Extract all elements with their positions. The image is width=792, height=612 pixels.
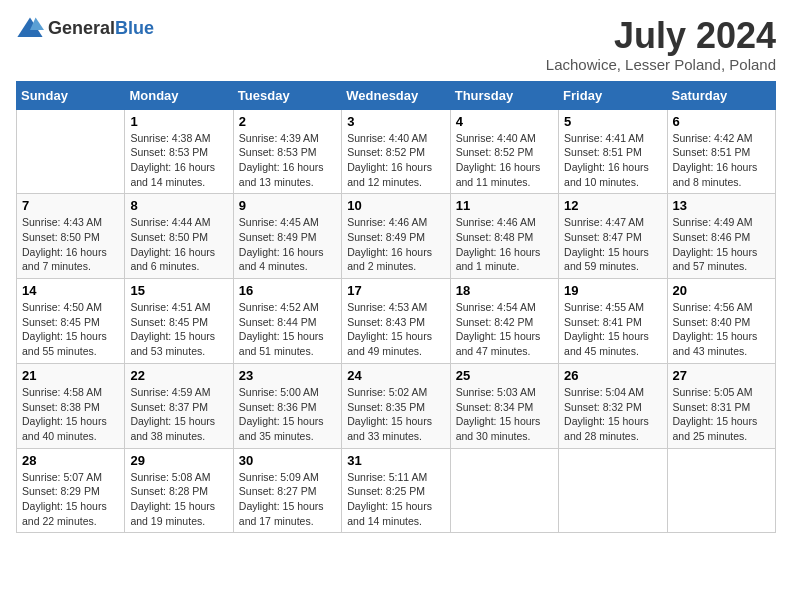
day-number: 13 bbox=[673, 198, 770, 213]
day-number: 2 bbox=[239, 114, 336, 129]
day-info: Sunrise: 5:05 AM Sunset: 8:31 PM Dayligh… bbox=[673, 385, 770, 444]
calendar-cell: 31Sunrise: 5:11 AM Sunset: 8:25 PM Dayli… bbox=[342, 448, 450, 533]
calendar-cell: 7Sunrise: 4:43 AM Sunset: 8:50 PM Daylig… bbox=[17, 194, 125, 279]
day-info: Sunrise: 4:43 AM Sunset: 8:50 PM Dayligh… bbox=[22, 215, 119, 274]
calendar-cell: 27Sunrise: 5:05 AM Sunset: 8:31 PM Dayli… bbox=[667, 363, 775, 448]
day-number: 6 bbox=[673, 114, 770, 129]
day-number: 14 bbox=[22, 283, 119, 298]
calendar-table: SundayMondayTuesdayWednesdayThursdayFrid… bbox=[16, 81, 776, 534]
calendar-cell: 30Sunrise: 5:09 AM Sunset: 8:27 PM Dayli… bbox=[233, 448, 341, 533]
column-header-tuesday: Tuesday bbox=[233, 81, 341, 109]
calendar-cell: 6Sunrise: 4:42 AM Sunset: 8:51 PM Daylig… bbox=[667, 109, 775, 194]
calendar-cell bbox=[450, 448, 558, 533]
day-info: Sunrise: 4:40 AM Sunset: 8:52 PM Dayligh… bbox=[456, 131, 553, 190]
day-number: 19 bbox=[564, 283, 661, 298]
day-number: 8 bbox=[130, 198, 227, 213]
column-header-monday: Monday bbox=[125, 81, 233, 109]
calendar-cell: 2Sunrise: 4:39 AM Sunset: 8:53 PM Daylig… bbox=[233, 109, 341, 194]
logo-blue-text: Blue bbox=[115, 18, 154, 38]
logo: GeneralBlue bbox=[16, 16, 154, 40]
page-header: GeneralBlue July 2024 Lachowice, Lesser … bbox=[16, 16, 776, 73]
day-number: 7 bbox=[22, 198, 119, 213]
calendar-week-row: 7Sunrise: 4:43 AM Sunset: 8:50 PM Daylig… bbox=[17, 194, 776, 279]
day-info: Sunrise: 4:49 AM Sunset: 8:46 PM Dayligh… bbox=[673, 215, 770, 274]
calendar-cell: 23Sunrise: 5:00 AM Sunset: 8:36 PM Dayli… bbox=[233, 363, 341, 448]
column-header-friday: Friday bbox=[559, 81, 667, 109]
calendar-cell: 16Sunrise: 4:52 AM Sunset: 8:44 PM Dayli… bbox=[233, 279, 341, 364]
calendar-cell: 1Sunrise: 4:38 AM Sunset: 8:53 PM Daylig… bbox=[125, 109, 233, 194]
day-number: 23 bbox=[239, 368, 336, 383]
calendar-subtitle: Lachowice, Lesser Poland, Poland bbox=[546, 56, 776, 73]
day-info: Sunrise: 5:03 AM Sunset: 8:34 PM Dayligh… bbox=[456, 385, 553, 444]
day-info: Sunrise: 4:50 AM Sunset: 8:45 PM Dayligh… bbox=[22, 300, 119, 359]
day-info: Sunrise: 4:39 AM Sunset: 8:53 PM Dayligh… bbox=[239, 131, 336, 190]
calendar-cell bbox=[559, 448, 667, 533]
day-number: 10 bbox=[347, 198, 444, 213]
day-info: Sunrise: 4:54 AM Sunset: 8:42 PM Dayligh… bbox=[456, 300, 553, 359]
day-info: Sunrise: 4:40 AM Sunset: 8:52 PM Dayligh… bbox=[347, 131, 444, 190]
day-info: Sunrise: 5:02 AM Sunset: 8:35 PM Dayligh… bbox=[347, 385, 444, 444]
day-number: 28 bbox=[22, 453, 119, 468]
column-header-sunday: Sunday bbox=[17, 81, 125, 109]
calendar-cell: 18Sunrise: 4:54 AM Sunset: 8:42 PM Dayli… bbox=[450, 279, 558, 364]
calendar-cell: 29Sunrise: 5:08 AM Sunset: 8:28 PM Dayli… bbox=[125, 448, 233, 533]
day-number: 18 bbox=[456, 283, 553, 298]
day-info: Sunrise: 5:07 AM Sunset: 8:29 PM Dayligh… bbox=[22, 470, 119, 529]
calendar-cell: 3Sunrise: 4:40 AM Sunset: 8:52 PM Daylig… bbox=[342, 109, 450, 194]
day-info: Sunrise: 4:47 AM Sunset: 8:47 PM Dayligh… bbox=[564, 215, 661, 274]
day-number: 22 bbox=[130, 368, 227, 383]
day-info: Sunrise: 4:46 AM Sunset: 8:49 PM Dayligh… bbox=[347, 215, 444, 274]
day-info: Sunrise: 4:55 AM Sunset: 8:41 PM Dayligh… bbox=[564, 300, 661, 359]
calendar-cell: 13Sunrise: 4:49 AM Sunset: 8:46 PM Dayli… bbox=[667, 194, 775, 279]
calendar-cell: 11Sunrise: 4:46 AM Sunset: 8:48 PM Dayli… bbox=[450, 194, 558, 279]
day-number: 16 bbox=[239, 283, 336, 298]
day-info: Sunrise: 4:38 AM Sunset: 8:53 PM Dayligh… bbox=[130, 131, 227, 190]
calendar-cell: 14Sunrise: 4:50 AM Sunset: 8:45 PM Dayli… bbox=[17, 279, 125, 364]
day-info: Sunrise: 4:44 AM Sunset: 8:50 PM Dayligh… bbox=[130, 215, 227, 274]
day-number: 9 bbox=[239, 198, 336, 213]
calendar-cell: 5Sunrise: 4:41 AM Sunset: 8:51 PM Daylig… bbox=[559, 109, 667, 194]
calendar-cell: 20Sunrise: 4:56 AM Sunset: 8:40 PM Dayli… bbox=[667, 279, 775, 364]
day-number: 5 bbox=[564, 114, 661, 129]
calendar-cell: 4Sunrise: 4:40 AM Sunset: 8:52 PM Daylig… bbox=[450, 109, 558, 194]
day-number: 31 bbox=[347, 453, 444, 468]
day-info: Sunrise: 4:42 AM Sunset: 8:51 PM Dayligh… bbox=[673, 131, 770, 190]
day-info: Sunrise: 5:09 AM Sunset: 8:27 PM Dayligh… bbox=[239, 470, 336, 529]
day-info: Sunrise: 4:51 AM Sunset: 8:45 PM Dayligh… bbox=[130, 300, 227, 359]
logo-icon bbox=[16, 16, 44, 40]
day-info: Sunrise: 4:52 AM Sunset: 8:44 PM Dayligh… bbox=[239, 300, 336, 359]
calendar-cell bbox=[667, 448, 775, 533]
day-number: 12 bbox=[564, 198, 661, 213]
day-number: 26 bbox=[564, 368, 661, 383]
calendar-cell: 22Sunrise: 4:59 AM Sunset: 8:37 PM Dayli… bbox=[125, 363, 233, 448]
day-number: 30 bbox=[239, 453, 336, 468]
day-number: 1 bbox=[130, 114, 227, 129]
day-info: Sunrise: 4:59 AM Sunset: 8:37 PM Dayligh… bbox=[130, 385, 227, 444]
title-block: July 2024 Lachowice, Lesser Poland, Pola… bbox=[546, 16, 776, 73]
calendar-cell: 15Sunrise: 4:51 AM Sunset: 8:45 PM Dayli… bbox=[125, 279, 233, 364]
day-number: 11 bbox=[456, 198, 553, 213]
day-info: Sunrise: 4:53 AM Sunset: 8:43 PM Dayligh… bbox=[347, 300, 444, 359]
calendar-cell: 19Sunrise: 4:55 AM Sunset: 8:41 PM Dayli… bbox=[559, 279, 667, 364]
day-number: 20 bbox=[673, 283, 770, 298]
day-number: 29 bbox=[130, 453, 227, 468]
day-info: Sunrise: 5:11 AM Sunset: 8:25 PM Dayligh… bbox=[347, 470, 444, 529]
day-info: Sunrise: 5:00 AM Sunset: 8:36 PM Dayligh… bbox=[239, 385, 336, 444]
column-header-wednesday: Wednesday bbox=[342, 81, 450, 109]
day-info: Sunrise: 5:08 AM Sunset: 8:28 PM Dayligh… bbox=[130, 470, 227, 529]
logo-general-text: General bbox=[48, 18, 115, 38]
day-number: 17 bbox=[347, 283, 444, 298]
day-number: 24 bbox=[347, 368, 444, 383]
calendar-cell: 21Sunrise: 4:58 AM Sunset: 8:38 PM Dayli… bbox=[17, 363, 125, 448]
day-number: 25 bbox=[456, 368, 553, 383]
day-info: Sunrise: 4:56 AM Sunset: 8:40 PM Dayligh… bbox=[673, 300, 770, 359]
day-number: 27 bbox=[673, 368, 770, 383]
day-number: 3 bbox=[347, 114, 444, 129]
calendar-cell: 9Sunrise: 4:45 AM Sunset: 8:49 PM Daylig… bbox=[233, 194, 341, 279]
day-info: Sunrise: 5:04 AM Sunset: 8:32 PM Dayligh… bbox=[564, 385, 661, 444]
day-info: Sunrise: 4:45 AM Sunset: 8:49 PM Dayligh… bbox=[239, 215, 336, 274]
calendar-cell: 12Sunrise: 4:47 AM Sunset: 8:47 PM Dayli… bbox=[559, 194, 667, 279]
day-info: Sunrise: 4:46 AM Sunset: 8:48 PM Dayligh… bbox=[456, 215, 553, 274]
calendar-week-row: 1Sunrise: 4:38 AM Sunset: 8:53 PM Daylig… bbox=[17, 109, 776, 194]
calendar-title: July 2024 bbox=[546, 16, 776, 56]
